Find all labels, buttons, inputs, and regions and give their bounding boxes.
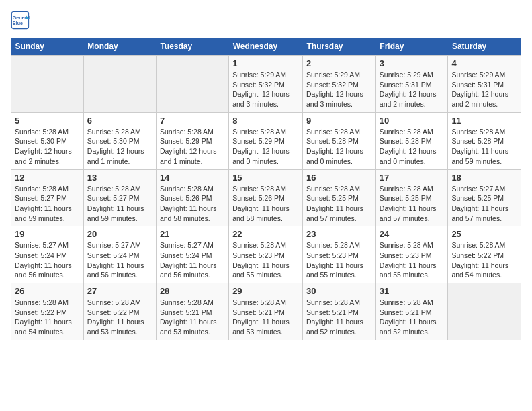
day-info: Sunrise: 5:29 AM Sunset: 5:32 PM Dayligh…	[232, 70, 299, 109]
calendar-cell: 7Sunrise: 5:28 AM Sunset: 5:29 PM Daylig…	[156, 112, 228, 169]
calendar-cell	[11, 56, 84, 113]
day-number: 17	[380, 173, 445, 183]
day-info: Sunrise: 5:28 AM Sunset: 5:22 PM Dayligh…	[87, 298, 152, 337]
svg-text:Blue: Blue	[13, 21, 23, 26]
day-number: 8	[232, 116, 299, 126]
day-info: Sunrise: 5:28 AM Sunset: 5:21 PM Dayligh…	[160, 298, 225, 337]
day-info: Sunrise: 5:27 AM Sunset: 5:25 PM Dayligh…	[451, 184, 517, 224]
day-number: 4	[451, 58, 517, 68]
calendar-header-row: SundayMondayTuesdayWednesdayThursdayFrid…	[11, 38, 521, 56]
calendar-week-row: 26Sunrise: 5:28 AM Sunset: 5:22 PM Dayli…	[11, 283, 521, 340]
calendar-cell: 23Sunrise: 5:28 AM Sunset: 5:23 PM Dayli…	[303, 226, 376, 283]
calendar-cell: 24Sunrise: 5:28 AM Sunset: 5:23 PM Dayli…	[375, 226, 448, 283]
day-info: Sunrise: 5:28 AM Sunset: 5:25 PM Dayligh…	[380, 184, 445, 224]
day-info: Sunrise: 5:28 AM Sunset: 5:27 PM Dayligh…	[87, 184, 152, 224]
calendar-cell: 12Sunrise: 5:28 AM Sunset: 5:27 PM Dayli…	[11, 169, 84, 226]
calendar-week-row: 1Sunrise: 5:29 AM Sunset: 5:32 PM Daylig…	[11, 56, 521, 113]
calendar-cell: 20Sunrise: 5:27 AM Sunset: 5:24 PM Dayli…	[83, 226, 156, 283]
logo: General Blue	[11, 11, 32, 30]
day-number: 13	[87, 173, 152, 183]
calendar-cell: 26Sunrise: 5:28 AM Sunset: 5:22 PM Dayli…	[11, 283, 84, 340]
day-number: 1	[232, 58, 299, 68]
day-number: 9	[306, 116, 372, 126]
day-info: Sunrise: 5:28 AM Sunset: 5:25 PM Dayligh…	[306, 184, 372, 224]
day-number: 11	[451, 116, 517, 126]
day-info: Sunrise: 5:28 AM Sunset: 5:26 PM Dayligh…	[160, 184, 225, 224]
calendar-cell	[156, 56, 228, 113]
day-number: 24	[380, 229, 445, 239]
day-info: Sunrise: 5:28 AM Sunset: 5:22 PM Dayligh…	[451, 240, 517, 280]
general-blue-logo-icon: General Blue	[11, 11, 30, 30]
day-info: Sunrise: 5:28 AM Sunset: 5:29 PM Dayligh…	[232, 127, 299, 167]
day-number: 2	[306, 58, 372, 68]
calendar-cell: 18Sunrise: 5:27 AM Sunset: 5:25 PM Dayli…	[448, 169, 521, 226]
day-header-thursday: Thursday	[303, 38, 376, 56]
calendar-cell: 15Sunrise: 5:28 AM Sunset: 5:26 PM Dayli…	[229, 169, 303, 226]
calendar-cell	[83, 56, 156, 113]
day-number: 30	[306, 286, 372, 296]
day-info: Sunrise: 5:28 AM Sunset: 5:28 PM Dayligh…	[380, 127, 445, 167]
calendar-cell: 22Sunrise: 5:28 AM Sunset: 5:23 PM Dayli…	[229, 226, 303, 283]
calendar-cell	[448, 283, 521, 340]
day-info: Sunrise: 5:28 AM Sunset: 5:26 PM Dayligh…	[232, 184, 299, 224]
day-number: 19	[15, 229, 80, 239]
calendar-cell: 9Sunrise: 5:28 AM Sunset: 5:28 PM Daylig…	[303, 112, 376, 169]
day-info: Sunrise: 5:27 AM Sunset: 5:24 PM Dayligh…	[87, 240, 152, 280]
day-info: Sunrise: 5:28 AM Sunset: 5:29 PM Dayligh…	[160, 127, 225, 167]
calendar-cell: 10Sunrise: 5:28 AM Sunset: 5:28 PM Dayli…	[375, 112, 448, 169]
day-info: Sunrise: 5:28 AM Sunset: 5:27 PM Dayligh…	[15, 184, 80, 224]
day-header-sunday: Sunday	[11, 38, 84, 56]
calendar-cell: 1Sunrise: 5:29 AM Sunset: 5:32 PM Daylig…	[229, 56, 303, 113]
day-info: Sunrise: 5:28 AM Sunset: 5:22 PM Dayligh…	[15, 298, 80, 337]
day-info: Sunrise: 5:29 AM Sunset: 5:32 PM Dayligh…	[306, 70, 372, 109]
day-info: Sunrise: 5:28 AM Sunset: 5:21 PM Dayligh…	[306, 298, 372, 337]
day-header-saturday: Saturday	[448, 38, 521, 56]
day-number: 20	[87, 229, 152, 239]
calendar-cell: 6Sunrise: 5:28 AM Sunset: 5:30 PM Daylig…	[83, 112, 156, 169]
day-number: 5	[15, 116, 80, 126]
calendar-cell: 30Sunrise: 5:28 AM Sunset: 5:21 PM Dayli…	[303, 283, 376, 340]
day-info: Sunrise: 5:28 AM Sunset: 5:23 PM Dayligh…	[380, 240, 445, 280]
day-info: Sunrise: 5:27 AM Sunset: 5:24 PM Dayligh…	[15, 240, 80, 280]
day-number: 26	[15, 286, 80, 296]
day-number: 10	[380, 116, 445, 126]
day-info: Sunrise: 5:28 AM Sunset: 5:23 PM Dayligh…	[306, 240, 372, 280]
day-number: 21	[160, 229, 225, 239]
day-number: 22	[232, 229, 299, 239]
day-info: Sunrise: 5:28 AM Sunset: 5:23 PM Dayligh…	[232, 240, 299, 280]
day-info: Sunrise: 5:29 AM Sunset: 5:31 PM Dayligh…	[380, 70, 445, 109]
day-number: 6	[87, 116, 152, 126]
day-info: Sunrise: 5:28 AM Sunset: 5:21 PM Dayligh…	[380, 298, 445, 337]
calendar-cell: 3Sunrise: 5:29 AM Sunset: 5:31 PM Daylig…	[375, 56, 448, 113]
day-number: 29	[232, 286, 299, 296]
day-info: Sunrise: 5:28 AM Sunset: 5:28 PM Dayligh…	[451, 127, 517, 167]
calendar-table: SundayMondayTuesdayWednesdayThursdayFrid…	[11, 38, 521, 340]
calendar-cell: 8Sunrise: 5:28 AM Sunset: 5:29 PM Daylig…	[229, 112, 303, 169]
calendar-cell: 25Sunrise: 5:28 AM Sunset: 5:22 PM Dayli…	[448, 226, 521, 283]
day-number: 3	[380, 58, 445, 68]
calendar-cell: 29Sunrise: 5:28 AM Sunset: 5:21 PM Dayli…	[229, 283, 303, 340]
day-info: Sunrise: 5:28 AM Sunset: 5:21 PM Dayligh…	[232, 298, 299, 337]
day-info: Sunrise: 5:27 AM Sunset: 5:24 PM Dayligh…	[160, 240, 225, 280]
calendar-cell: 28Sunrise: 5:28 AM Sunset: 5:21 PM Dayli…	[156, 283, 228, 340]
day-number: 16	[306, 173, 372, 183]
calendar-cell: 31Sunrise: 5:28 AM Sunset: 5:21 PM Dayli…	[375, 283, 448, 340]
day-number: 14	[160, 173, 225, 183]
calendar-week-row: 12Sunrise: 5:28 AM Sunset: 5:27 PM Dayli…	[11, 169, 521, 226]
day-number: 15	[232, 173, 299, 183]
day-info: Sunrise: 5:28 AM Sunset: 5:28 PM Dayligh…	[306, 127, 372, 167]
calendar-cell: 27Sunrise: 5:28 AM Sunset: 5:22 PM Dayli…	[83, 283, 156, 340]
day-header-monday: Monday	[83, 38, 156, 56]
calendar-cell: 4Sunrise: 5:29 AM Sunset: 5:31 PM Daylig…	[448, 56, 521, 113]
day-info: Sunrise: 5:28 AM Sunset: 5:30 PM Dayligh…	[15, 127, 80, 167]
calendar-cell: 19Sunrise: 5:27 AM Sunset: 5:24 PM Dayli…	[11, 226, 84, 283]
day-info: Sunrise: 5:28 AM Sunset: 5:30 PM Dayligh…	[87, 127, 152, 167]
day-header-friday: Friday	[375, 38, 448, 56]
day-header-tuesday: Tuesday	[156, 38, 228, 56]
day-number: 18	[451, 173, 517, 183]
day-number: 28	[160, 286, 225, 296]
calendar-week-row: 5Sunrise: 5:28 AM Sunset: 5:30 PM Daylig…	[11, 112, 521, 169]
day-info: Sunrise: 5:29 AM Sunset: 5:31 PM Dayligh…	[451, 70, 517, 109]
day-number: 7	[160, 116, 225, 126]
calendar-cell: 5Sunrise: 5:28 AM Sunset: 5:30 PM Daylig…	[11, 112, 84, 169]
